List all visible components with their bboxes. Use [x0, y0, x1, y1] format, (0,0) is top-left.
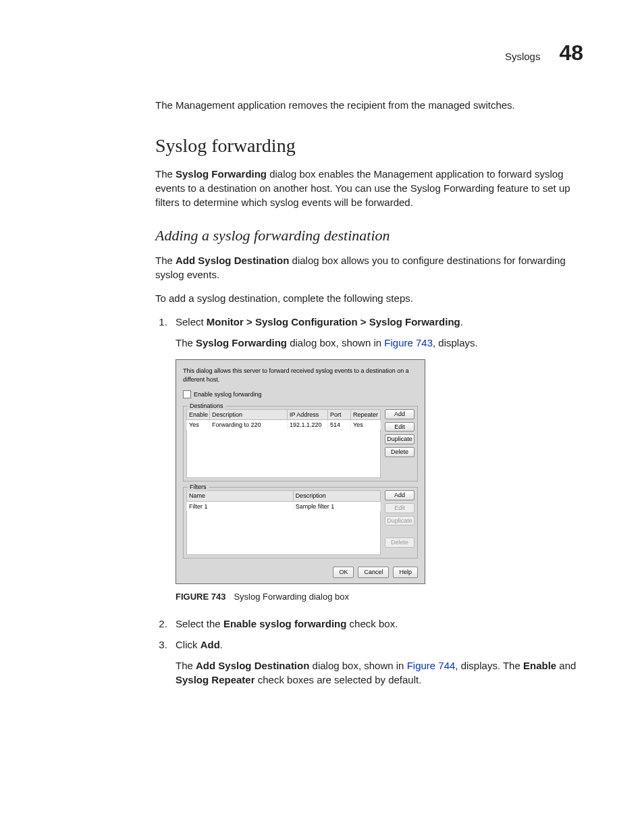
ok-button[interactable]: OK [333, 567, 354, 578]
step-1: Select Monitor > Syslog Configuration > … [170, 315, 583, 603]
table-header-row: Enable Description IP Address Port Repea… [187, 409, 381, 420]
duplicate-button[interactable]: Duplicate [385, 434, 414, 444]
paragraph-add-destination-desc: The Add Syslog Destination dialog box al… [155, 253, 583, 282]
syslog-forwarding-dialog: This dialog allows this server to forwar… [176, 359, 425, 584]
step-1-result: The Syslog Forwarding dialog box, shown … [176, 336, 583, 350]
filters-table: Name Description Filter 1 Sample filter … [186, 490, 381, 511]
term-syslog-forwarding: Syslog Forwarding [176, 168, 267, 180]
term-add: Add [200, 639, 220, 650]
enable-checkbox-label: Enable syslog forwarding [194, 390, 262, 399]
page-header: Syslogs 48 [61, 41, 583, 66]
edit-button[interactable]: Edit [385, 422, 414, 432]
dialog-description: This dialog allows this server to forwar… [183, 367, 418, 384]
link-figure-744[interactable]: Figure 744 [407, 660, 456, 671]
term-enable-syslog-forwarding: Enable syslog forwarding [223, 618, 347, 629]
cancel-button[interactable]: Cancel [358, 567, 389, 578]
destinations-table-empty-area [186, 430, 381, 478]
figure-label: FIGURE 743 [176, 592, 225, 602]
filter-add-button[interactable]: Add [385, 490, 414, 500]
step-3: Click Add. The Add Syslog Destination di… [170, 637, 583, 687]
menu-path: Monitor > Syslog Configuration > Syslog … [207, 316, 460, 328]
filters-label: Filters [188, 483, 209, 492]
header-section: Syslogs [505, 51, 541, 62]
table-row[interactable]: Yes Forwarding to 220 192.1.1.220 514 Ye… [187, 420, 381, 430]
heading-syslog-forwarding: Syslog forwarding [155, 132, 583, 159]
enable-syslog-forwarding-checkbox[interactable]: Enable syslog forwarding [183, 390, 418, 399]
filter-duplicate-button: Duplicate [385, 516, 414, 526]
figure-title: Syslog Forwarding dialog box [234, 592, 349, 602]
filters-group: Filters Name Description [183, 487, 418, 558]
figure-caption-743: FIGURE 743Syslog Forwarding dialog box [176, 591, 583, 603]
destinations-label: Destinations [188, 402, 225, 411]
destinations-group: Destinations Enable Description IP Addre… [183, 406, 418, 481]
dialog-footer: OK Cancel Help [183, 564, 418, 578]
filters-table-empty-area [186, 511, 381, 555]
heading-adding-destination: Adding a syslog forwarding destination [155, 226, 583, 246]
help-button[interactable]: Help [393, 567, 418, 578]
delete-button[interactable]: Delete [385, 447, 414, 457]
add-button[interactable]: Add [385, 409, 414, 419]
link-figure-743[interactable]: Figure 743 [384, 337, 433, 348]
filter-delete-button: Delete [385, 538, 414, 548]
intro-paragraph: The Management application removes the r… [155, 98, 583, 112]
filter-edit-button: Edit [385, 503, 414, 513]
table-row[interactable]: Filter 1 Sample filter 1 [187, 501, 381, 511]
term-add-syslog-destination: Add Syslog Destination [176, 255, 289, 266]
step-3-result: The Add Syslog Destination dialog box, s… [176, 658, 583, 687]
header-chapter-number: 48 [559, 41, 583, 66]
checkbox-icon [183, 390, 191, 398]
step-2: Select the Enable syslog forwarding chec… [170, 617, 583, 631]
paragraph-syslog-forwarding-desc: The Syslog Forwarding dialog box enables… [155, 167, 583, 209]
destinations-table: Enable Description IP Address Port Repea… [186, 409, 381, 430]
table-header-row: Name Description [187, 490, 381, 501]
paragraph-steps-intro: To add a syslog destination, complete th… [155, 291, 583, 305]
